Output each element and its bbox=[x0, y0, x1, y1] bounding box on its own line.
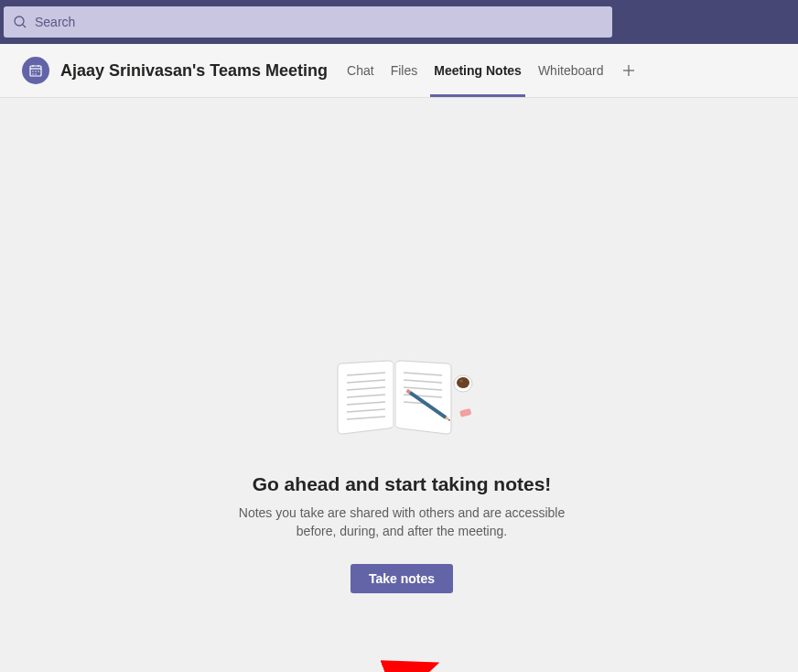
content-area: Go ahead and start taking notes! Notes y… bbox=[5, 98, 798, 672]
tab-whiteboard[interactable]: Whiteboard bbox=[531, 44, 611, 97]
add-tab-button[interactable] bbox=[612, 63, 645, 78]
svg-point-6 bbox=[32, 70, 33, 71]
search-icon bbox=[13, 15, 27, 29]
svg-rect-13 bbox=[393, 363, 396, 427]
svg-point-27 bbox=[457, 377, 469, 388]
svg-point-8 bbox=[38, 70, 38, 71]
top-bar bbox=[0, 0, 798, 44]
search-container bbox=[4, 6, 612, 38]
svg-point-7 bbox=[35, 70, 36, 71]
empty-state-heading: Go ahead and start taking notes! bbox=[253, 473, 552, 495]
tab-files[interactable]: Files bbox=[383, 44, 426, 97]
svg-point-10 bbox=[35, 73, 36, 74]
notebook-illustration bbox=[324, 354, 480, 446]
plus-icon bbox=[621, 63, 636, 78]
header-bar: Ajaay Srinivasan's Teams Meeting Chat Fi… bbox=[0, 44, 798, 98]
svg-line-1 bbox=[23, 25, 26, 27]
tab-chat[interactable]: Chat bbox=[340, 44, 382, 97]
meeting-title: Ajaay Srinivasan's Teams Meeting bbox=[60, 61, 328, 81]
svg-line-35 bbox=[285, 666, 431, 672]
svg-rect-33 bbox=[459, 408, 471, 417]
empty-state-subtext: Notes you take are shared with others an… bbox=[228, 504, 576, 540]
svg-point-0 bbox=[15, 16, 24, 26]
svg-point-28 bbox=[459, 380, 463, 383]
tab-meeting-notes[interactable]: Meeting Notes bbox=[426, 44, 529, 97]
take-notes-button[interactable]: Take notes bbox=[350, 564, 453, 593]
tabs: Chat Files Meeting Notes Whiteboard bbox=[339, 44, 644, 97]
search-input[interactable] bbox=[4, 6, 612, 38]
calendar-icon bbox=[22, 57, 49, 84]
svg-point-9 bbox=[32, 73, 33, 74]
